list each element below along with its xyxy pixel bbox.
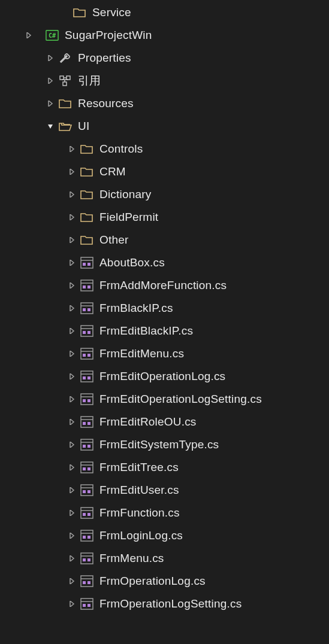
tree-item-label: FrmOperationLogSetting.cs <box>99 597 242 610</box>
tree-item[interactable]: FrmEditRoleOU.cs <box>0 411 329 433</box>
tree-item-label: AboutBox.cs <box>99 256 165 269</box>
svg-rect-47 <box>83 490 86 493</box>
folder-icon <box>80 142 93 156</box>
expand-arrow-icon[interactable] <box>67 508 77 518</box>
tree-item-label: FrmOperationLog.cs <box>99 575 206 588</box>
expand-arrow-icon[interactable] <box>67 576 77 586</box>
svg-text:C#: C# <box>49 32 56 39</box>
winform-icon <box>80 597 93 610</box>
svg-rect-20 <box>87 331 90 334</box>
expand-arrow-icon[interactable] <box>67 485 77 495</box>
winform-icon <box>80 575 93 588</box>
svg-rect-16 <box>87 308 90 311</box>
tree-item[interactable]: FrmEditTree.cs <box>0 456 329 479</box>
references-icon <box>59 74 72 87</box>
winform-icon <box>80 438 93 451</box>
expand-arrow-icon[interactable] <box>67 531 77 540</box>
svg-rect-52 <box>87 513 90 516</box>
tree-item[interactable]: FrmEditBlackIP.cs <box>0 320 329 342</box>
svg-rect-40 <box>87 445 90 448</box>
expand-arrow-icon[interactable] <box>67 440 77 449</box>
tree-item-label: Service <box>92 6 131 19</box>
winform-icon <box>80 461 93 474</box>
tree-item[interactable]: Properties <box>0 47 329 69</box>
svg-rect-59 <box>83 558 86 561</box>
svg-rect-2 <box>60 76 64 80</box>
tree-item[interactable]: Other <box>0 229 329 251</box>
svg-rect-7 <box>83 263 86 266</box>
expand-arrow-icon[interactable] <box>67 167 77 177</box>
expand-arrow-icon[interactable] <box>24 31 34 40</box>
tree-item[interactable]: CRM <box>0 160 329 183</box>
tree-item[interactable]: C# SugarProjectWin <box>0 24 329 47</box>
svg-rect-51 <box>83 513 86 516</box>
svg-rect-44 <box>87 467 90 470</box>
expand-arrow-icon[interactable] <box>67 554 77 563</box>
tree-item[interactable]: UI <box>0 115 329 138</box>
tree-item[interactable]: FrmEditSystemType.cs <box>0 433 329 456</box>
tree-item-label: Resources <box>78 97 134 110</box>
expand-arrow-icon[interactable] <box>67 258 77 268</box>
expand-arrow-icon[interactable] <box>67 417 77 427</box>
expand-arrow-icon[interactable] <box>67 303 77 313</box>
tree-item[interactable]: FrmOperationLogSetting.cs <box>0 593 329 615</box>
tree-item-label: FrmBlackIP.cs <box>99 302 173 315</box>
tree-item[interactable]: Service <box>0 1 329 24</box>
tree-item[interactable]: FrmAddMoreFunction.cs <box>0 274 329 297</box>
svg-rect-63 <box>83 581 86 584</box>
expand-arrow-icon[interactable] <box>67 235 77 245</box>
tree-item[interactable]: FrmMenu.cs <box>0 547 329 570</box>
expand-arrow-icon[interactable] <box>67 463 77 472</box>
winform-icon <box>80 529 93 542</box>
tree-item[interactable]: Dictionary <box>0 183 329 206</box>
tree-item[interactable]: Controls <box>0 138 329 160</box>
winform-icon <box>80 347 93 360</box>
svg-rect-60 <box>87 558 90 561</box>
folder-icon <box>80 233 93 247</box>
expand-arrow-icon[interactable] <box>67 372 77 381</box>
winform-icon <box>80 324 93 338</box>
expand-arrow-icon[interactable] <box>67 599 77 609</box>
svg-rect-55 <box>83 536 86 539</box>
tree-item-label: SugarProjectWin <box>65 29 152 42</box>
no-arrow <box>60 8 70 17</box>
svg-rect-56 <box>87 536 90 539</box>
tree-item-label: FrmEditSystemType.cs <box>99 438 219 451</box>
tree-item-label: FrmAddMoreFunction.cs <box>99 279 227 292</box>
svg-rect-23 <box>83 354 86 357</box>
tree-item-label: FrmEditRoleOU.cs <box>99 415 197 429</box>
winform-icon <box>80 256 93 269</box>
expand-arrow-icon[interactable] <box>46 76 55 86</box>
collapse-arrow-icon[interactable] <box>46 121 55 131</box>
winform-icon <box>80 552 93 565</box>
svg-rect-48 <box>87 490 90 493</box>
svg-rect-39 <box>83 445 86 448</box>
tree-item-label: 引用 <box>78 73 101 89</box>
expand-arrow-icon[interactable] <box>67 144 77 154</box>
expand-arrow-icon[interactable] <box>46 99 55 108</box>
tree-item[interactable]: FrmFunction.cs <box>0 502 329 524</box>
tree-item[interactable]: Resources <box>0 92 329 115</box>
tree-item[interactable]: AboutBox.cs <box>0 251 329 274</box>
tree-item[interactable]: FrmOperationLog.cs <box>0 570 329 593</box>
expand-arrow-icon[interactable] <box>67 281 77 290</box>
expand-arrow-icon[interactable] <box>46 53 55 63</box>
tree-item[interactable]: FieldPermit <box>0 206 329 229</box>
expand-arrow-icon[interactable] <box>67 326 77 336</box>
tree-item[interactable]: FrmEditOperationLog.cs <box>0 365 329 388</box>
expand-arrow-icon[interactable] <box>67 394 77 404</box>
expand-arrow-icon[interactable] <box>67 190 77 199</box>
tree-item[interactable]: FrmLoginLog.cs <box>0 524 329 547</box>
tree-item[interactable]: FrmBlackIP.cs <box>0 297 329 320</box>
tree-item-label: Controls <box>99 142 143 156</box>
folder-icon <box>80 188 93 201</box>
tree-item[interactable]: FrmEditUser.cs <box>0 479 329 502</box>
folder-icon <box>80 165 93 178</box>
tree-item[interactable]: 引用 <box>0 69 329 92</box>
tree-item[interactable]: FrmEditMenu.cs <box>0 342 329 365</box>
tree-item[interactable]: FrmEditOperationLogSetting.cs <box>0 388 329 411</box>
tree-item-label: FrmFunction.cs <box>99 506 180 520</box>
expand-arrow-icon[interactable] <box>67 212 77 222</box>
properties-icon <box>59 51 72 65</box>
expand-arrow-icon[interactable] <box>67 349 77 359</box>
